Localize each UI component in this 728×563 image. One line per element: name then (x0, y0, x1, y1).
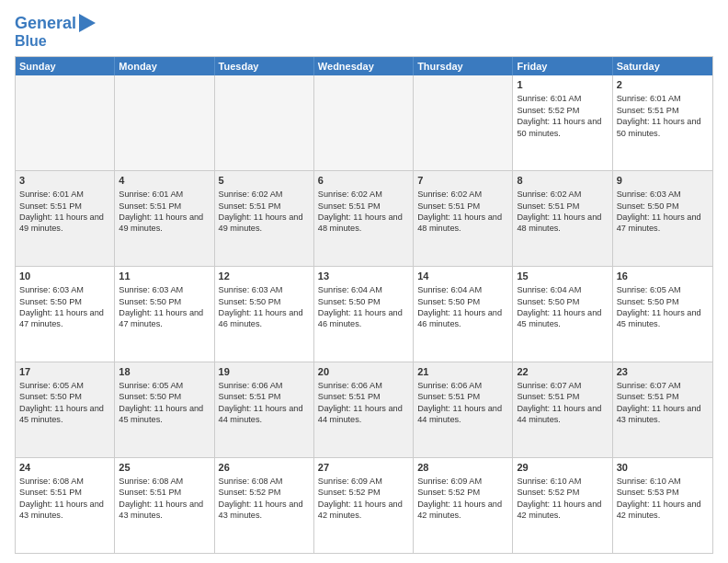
sunrise-text: Sunrise: 6:01 AM (517, 94, 581, 103)
cal-cell: 2Sunrise: 6:01 AMSunset: 5:51 PMDaylight… (613, 75, 712, 170)
sunset-text: Sunset: 5:52 PM (318, 488, 381, 497)
sunset-text: Sunset: 5:50 PM (19, 392, 82, 401)
sunset-text: Sunset: 5:51 PM (617, 106, 679, 115)
calendar: SundayMondayTuesdayWednesdayThursdayFrid… (15, 56, 713, 554)
sunrise-text: Sunrise: 6:04 AM (417, 285, 482, 294)
cal-cell: 24Sunrise: 6:08 AMSunset: 5:51 PMDayligh… (16, 458, 115, 553)
cal-week-1: 1Sunrise: 6:01 AMSunset: 5:52 PMDaylight… (16, 75, 712, 171)
day-number: 3 (19, 174, 110, 188)
logo: General Blue (15, 15, 96, 49)
sunrise-text: Sunrise: 6:06 AM (318, 381, 382, 390)
sunrise-text: Sunrise: 6:05 AM (19, 381, 84, 390)
sunset-text: Sunset: 5:50 PM (119, 297, 181, 306)
daylight-label: Daylight: 11 hours and 46 minutes. (219, 308, 303, 328)
sunset-text: Sunset: 5:51 PM (318, 392, 381, 401)
logo-text-general: General (15, 15, 76, 33)
cal-cell: 22Sunrise: 6:07 AMSunset: 5:51 PMDayligh… (513, 362, 612, 457)
cal-cell: 13Sunrise: 6:04 AMSunset: 5:50 PMDayligh… (314, 267, 414, 362)
cal-cell: 18Sunrise: 6:05 AMSunset: 5:50 PMDayligh… (115, 362, 214, 457)
cal-cell: 28Sunrise: 6:09 AMSunset: 5:52 PMDayligh… (414, 458, 513, 553)
daylight-label: Daylight: 11 hours and 46 minutes. (318, 308, 403, 328)
day-number: 14 (417, 270, 508, 283)
sunrise-text: Sunrise: 6:09 AM (417, 477, 482, 486)
day-number: 28 (417, 461, 508, 475)
daylight-label: Daylight: 11 hours and 49 minutes. (19, 213, 104, 233)
sunset-text: Sunset: 5:51 PM (119, 201, 181, 211)
cal-cell: 21Sunrise: 6:06 AMSunset: 5:51 PMDayligh… (414, 362, 513, 457)
day-number: 12 (219, 270, 310, 283)
daylight-label: Daylight: 11 hours and 49 minutes. (219, 213, 303, 233)
sunrise-text: Sunrise: 6:03 AM (119, 285, 183, 294)
sunrise-text: Sunrise: 6:01 AM (119, 190, 183, 199)
sunrise-text: Sunrise: 6:02 AM (219, 190, 283, 199)
sunrise-text: Sunrise: 6:08 AM (19, 477, 84, 486)
calendar-body: 1Sunrise: 6:01 AMSunset: 5:52 PMDaylight… (16, 75, 712, 553)
daylight-label: Daylight: 11 hours and 42 minutes. (517, 500, 601, 520)
header: General Blue (15, 11, 713, 49)
sunrise-text: Sunrise: 6:09 AM (318, 477, 382, 486)
sunrise-text: Sunrise: 6:02 AM (417, 190, 482, 199)
cal-header-monday: Monday (115, 57, 214, 75)
cal-header-saturday: Saturday (613, 57, 712, 75)
cal-cell: 5Sunrise: 6:02 AMSunset: 5:51 PMDaylight… (215, 171, 314, 266)
day-number: 2 (617, 78, 709, 92)
day-number: 23 (617, 365, 709, 379)
daylight-label: Daylight: 11 hours and 43 minutes. (19, 500, 104, 520)
day-number: 24 (19, 461, 110, 475)
cal-cell: 25Sunrise: 6:08 AMSunset: 5:51 PMDayligh… (115, 458, 214, 553)
sunrise-text: Sunrise: 6:07 AM (517, 381, 581, 390)
cal-header-sunday: Sunday (16, 57, 115, 75)
sunset-text: Sunset: 5:50 PM (119, 392, 181, 401)
cal-cell: 30Sunrise: 6:10 AMSunset: 5:53 PMDayligh… (613, 458, 712, 553)
sunset-text: Sunset: 5:50 PM (318, 297, 381, 306)
daylight-label: Daylight: 11 hours and 45 minutes. (617, 308, 701, 328)
sunrise-text: Sunrise: 6:08 AM (219, 477, 283, 486)
daylight-label: Daylight: 11 hours and 42 minutes. (318, 500, 403, 520)
daylight-label: Daylight: 11 hours and 46 minutes. (417, 308, 502, 328)
cal-cell: 29Sunrise: 6:10 AMSunset: 5:52 PMDayligh… (513, 458, 612, 553)
cal-header-friday: Friday (513, 57, 612, 75)
cal-cell: 14Sunrise: 6:04 AMSunset: 5:50 PMDayligh… (414, 267, 513, 362)
sunset-text: Sunset: 5:52 PM (517, 106, 579, 115)
cal-header-wednesday: Wednesday (314, 57, 414, 75)
cal-header-thursday: Thursday (414, 57, 513, 75)
cal-week-4: 17Sunrise: 6:05 AMSunset: 5:50 PMDayligh… (16, 362, 712, 458)
cal-cell: 11Sunrise: 6:03 AMSunset: 5:50 PMDayligh… (115, 267, 214, 362)
daylight-label: Daylight: 11 hours and 43 minutes. (119, 500, 203, 520)
sunset-text: Sunset: 5:50 PM (19, 297, 82, 306)
cal-cell: 8Sunrise: 6:02 AMSunset: 5:51 PMDaylight… (513, 171, 612, 266)
daylight-label: Daylight: 11 hours and 44 minutes. (517, 404, 601, 424)
day-number: 11 (119, 270, 210, 283)
day-number: 25 (119, 461, 210, 475)
day-number: 17 (19, 365, 110, 379)
day-number: 18 (119, 365, 210, 379)
cal-week-2: 3Sunrise: 6:01 AMSunset: 5:51 PMDaylight… (16, 171, 712, 267)
daylight-label: Daylight: 11 hours and 44 minutes. (318, 404, 403, 424)
cal-cell: 20Sunrise: 6:06 AMSunset: 5:51 PMDayligh… (314, 362, 414, 457)
sunrise-text: Sunrise: 6:08 AM (119, 477, 183, 486)
daylight-label: Daylight: 11 hours and 50 minutes. (517, 117, 601, 137)
sunrise-text: Sunrise: 6:10 AM (617, 477, 681, 486)
sunset-text: Sunset: 5:51 PM (318, 201, 381, 211)
day-number: 16 (617, 270, 709, 283)
sunset-text: Sunset: 5:51 PM (19, 488, 82, 497)
day-number: 9 (617, 174, 709, 188)
sunset-text: Sunset: 5:51 PM (617, 392, 679, 401)
day-number: 30 (617, 461, 709, 475)
cal-cell: 17Sunrise: 6:05 AMSunset: 5:50 PMDayligh… (16, 362, 115, 457)
cal-cell (414, 75, 513, 170)
day-number: 13 (318, 270, 409, 283)
sunrise-text: Sunrise: 6:03 AM (219, 285, 283, 294)
day-number: 7 (417, 174, 508, 188)
daylight-label: Daylight: 11 hours and 45 minutes. (119, 404, 203, 424)
cal-cell (215, 75, 314, 170)
daylight-label: Daylight: 11 hours and 45 minutes. (517, 308, 601, 328)
daylight-label: Daylight: 11 hours and 43 minutes. (617, 404, 701, 424)
cal-cell: 16Sunrise: 6:05 AMSunset: 5:50 PMDayligh… (613, 267, 712, 362)
sunset-text: Sunset: 5:51 PM (219, 201, 281, 211)
daylight-label: Daylight: 11 hours and 47 minutes. (119, 308, 203, 328)
sunrise-text: Sunrise: 6:02 AM (517, 190, 581, 199)
calendar-header-row: SundayMondayTuesdayWednesdayThursdayFrid… (16, 57, 712, 75)
sunset-text: Sunset: 5:51 PM (119, 488, 181, 497)
sunset-text: Sunset: 5:52 PM (517, 488, 579, 497)
